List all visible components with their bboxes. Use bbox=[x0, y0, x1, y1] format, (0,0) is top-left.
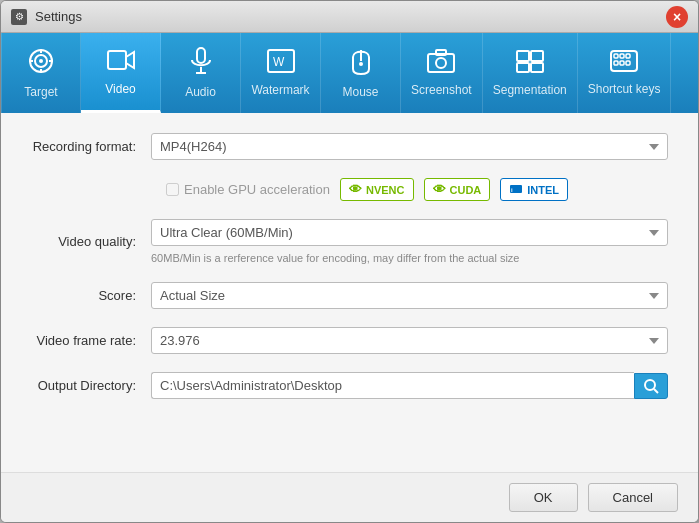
tab-watermark[interactable]: W Watermark bbox=[241, 33, 321, 113]
svg-rect-7 bbox=[108, 51, 126, 69]
mouse-icon bbox=[352, 47, 370, 79]
svg-point-2 bbox=[39, 59, 43, 63]
shortcutkeys-icon bbox=[610, 50, 638, 76]
frame-rate-label: Video frame rate: bbox=[31, 333, 151, 348]
gpu-label-text: Enable GPU acceleration bbox=[184, 182, 330, 197]
svg-rect-29 bbox=[626, 61, 630, 65]
svg-rect-19 bbox=[517, 51, 529, 61]
score-wrap: Actual Size bbox=[151, 282, 668, 309]
video-quality-hint: 60MB/Min is a rerference value for encod… bbox=[151, 252, 668, 264]
score-label: Score: bbox=[31, 288, 151, 303]
svg-rect-16 bbox=[428, 54, 454, 72]
tab-segmentation-label: Segmentation bbox=[493, 83, 567, 97]
output-dir-input[interactable] bbox=[151, 372, 634, 399]
tab-screenshot[interactable]: Screenshot bbox=[401, 33, 483, 113]
nvenc-eye-icon: 👁 bbox=[349, 182, 362, 197]
nvenc-label: NVENC bbox=[366, 184, 405, 196]
frame-rate-row: Video frame rate: 23.976 bbox=[31, 327, 668, 354]
gpu-intel-badge[interactable]: i INTEL bbox=[500, 178, 568, 201]
svg-rect-28 bbox=[620, 61, 624, 65]
svg-line-33 bbox=[654, 389, 658, 393]
tab-screenshot-label: Screenshot bbox=[411, 83, 472, 97]
svg-rect-24 bbox=[614, 54, 618, 58]
ok-button[interactable]: OK bbox=[509, 483, 578, 512]
browse-button[interactable] bbox=[634, 373, 668, 399]
tab-shortcutkeys-label: Shortcut keys bbox=[588, 82, 661, 96]
svg-rect-22 bbox=[531, 63, 543, 72]
tab-mouse-label: Mouse bbox=[342, 85, 378, 99]
title-bar: ⚙ Settings × bbox=[1, 1, 698, 33]
cancel-button[interactable]: Cancel bbox=[588, 483, 678, 512]
intel-label: INTEL bbox=[527, 184, 559, 196]
svg-rect-25 bbox=[620, 54, 624, 58]
output-dir-row: Output Directory: bbox=[31, 372, 668, 399]
tab-segmentation[interactable]: Segmentation bbox=[483, 33, 578, 113]
gpu-checkbox[interactable] bbox=[166, 183, 179, 196]
svg-rect-27 bbox=[614, 61, 618, 65]
frame-rate-wrap: 23.976 bbox=[151, 327, 668, 354]
title-icon: ⚙ bbox=[11, 9, 27, 25]
gpu-acceleration-row: Enable GPU acceleration 👁 NVENC 👁 CUDA i… bbox=[166, 178, 668, 201]
tab-video-label: Video bbox=[105, 82, 135, 96]
tab-watermark-label: Watermark bbox=[251, 83, 309, 97]
svg-point-15 bbox=[359, 62, 363, 66]
watermark-icon: W bbox=[267, 49, 295, 77]
recording-format-select[interactable]: MP4(H264) bbox=[151, 133, 668, 160]
score-row: Score: Actual Size bbox=[31, 282, 668, 309]
recording-format-wrap: MP4(H264) bbox=[151, 133, 668, 160]
title-bar-left: ⚙ Settings bbox=[11, 9, 82, 25]
svg-rect-21 bbox=[517, 63, 529, 72]
gpu-cuda-badge[interactable]: 👁 CUDA bbox=[424, 178, 491, 201]
gpu-nvenc-badge[interactable]: 👁 NVENC bbox=[340, 178, 414, 201]
frame-rate-select[interactable]: 23.976 bbox=[151, 327, 668, 354]
tab-target-label: Target bbox=[24, 85, 57, 99]
footer: OK Cancel bbox=[1, 472, 698, 522]
gpu-checkbox-label[interactable]: Enable GPU acceleration bbox=[166, 182, 330, 197]
target-icon bbox=[27, 47, 55, 79]
cuda-eye-icon: 👁 bbox=[433, 182, 446, 197]
recording-format-row: Recording format: MP4(H264) bbox=[31, 133, 668, 160]
svg-text:W: W bbox=[273, 55, 285, 69]
svg-rect-18 bbox=[436, 50, 446, 55]
svg-marker-8 bbox=[126, 52, 134, 68]
svg-point-17 bbox=[436, 58, 446, 68]
cuda-label: CUDA bbox=[450, 184, 482, 196]
svg-rect-20 bbox=[531, 51, 543, 61]
dialog-title: Settings bbox=[35, 9, 82, 24]
video-quality-row: Video quality: Ultra Clear (60MB/Min) 60… bbox=[31, 219, 668, 264]
tab-mouse[interactable]: Mouse bbox=[321, 33, 401, 113]
svg-rect-9 bbox=[197, 48, 205, 63]
score-select[interactable]: Actual Size bbox=[151, 282, 668, 309]
svg-point-32 bbox=[645, 380, 655, 390]
recording-format-label: Recording format: bbox=[31, 139, 151, 154]
tab-video[interactable]: Video bbox=[81, 33, 161, 113]
tab-audio[interactable]: Audio bbox=[161, 33, 241, 113]
svg-rect-26 bbox=[626, 54, 630, 58]
segmentation-icon bbox=[516, 49, 544, 77]
tab-audio-label: Audio bbox=[185, 85, 216, 99]
output-dir-label: Output Directory: bbox=[31, 378, 151, 393]
output-dir-input-row bbox=[151, 372, 668, 399]
intel-eye-icon: i bbox=[509, 182, 523, 197]
settings-dialog: ⚙ Settings × Target bbox=[0, 0, 699, 523]
content-area: Recording format: MP4(H264) Enable GPU a… bbox=[1, 113, 698, 472]
tab-target[interactable]: Target bbox=[1, 33, 81, 113]
tab-shortcutkeys[interactable]: Shortcut keys bbox=[578, 33, 672, 113]
video-quality-wrap: Ultra Clear (60MB/Min) 60MB/Min is a rer… bbox=[151, 219, 668, 264]
tab-bar: Target Video Audio bbox=[1, 33, 698, 113]
close-button[interactable]: × bbox=[666, 6, 688, 28]
output-dir-wrap bbox=[151, 372, 668, 399]
video-quality-label: Video quality: bbox=[31, 234, 151, 249]
audio-icon bbox=[189, 47, 213, 79]
screenshot-icon bbox=[427, 49, 455, 77]
video-quality-select[interactable]: Ultra Clear (60MB/Min) bbox=[151, 219, 668, 246]
video-icon bbox=[107, 48, 135, 76]
